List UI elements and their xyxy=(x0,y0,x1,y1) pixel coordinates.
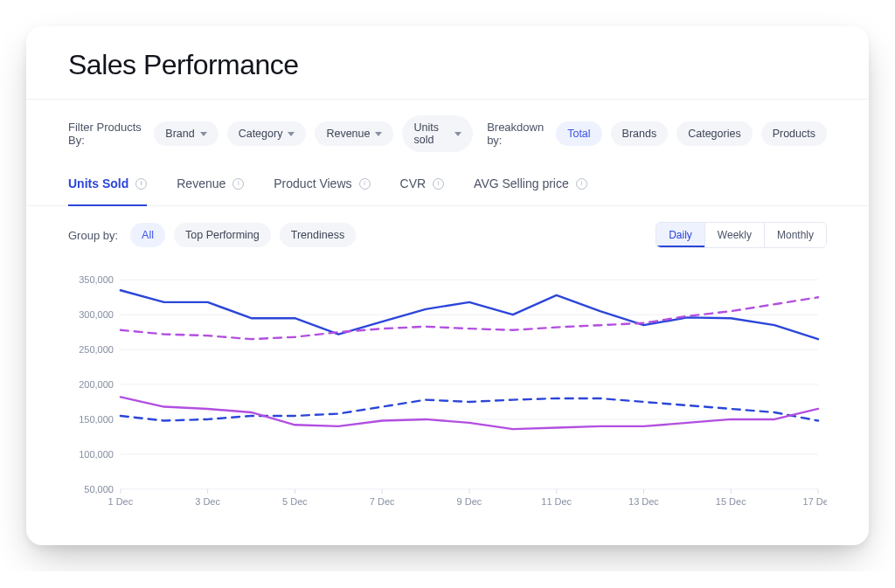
group-all[interactable]: All xyxy=(130,223,165,247)
group-by-label: Group by: xyxy=(68,229,118,242)
svg-text:15 Dec: 15 Dec xyxy=(716,496,746,507)
filter-units-sold[interactable]: Units sold xyxy=(402,115,473,152)
svg-text:250,000: 250,000 xyxy=(79,344,114,355)
info-icon: i xyxy=(232,178,244,190)
svg-text:1 Dec: 1 Dec xyxy=(108,496,134,507)
line-chart: 50,000100,000150,000200,000250,000300,00… xyxy=(68,271,827,515)
svg-text:17 Dec: 17 Dec xyxy=(803,496,827,507)
chevron-down-icon xyxy=(200,132,207,136)
tab-units-sold[interactable]: Units Soldi xyxy=(68,164,147,206)
metric-tabs: Units Soldi Revenuei Product Viewsi CVRi… xyxy=(26,164,869,206)
info-icon: i xyxy=(359,178,371,190)
filter-revenue[interactable]: Revenue xyxy=(315,121,393,146)
group-trendiness[interactable]: Trendiness xyxy=(280,223,356,247)
filter-brand[interactable]: Brand xyxy=(154,121,218,146)
chart-controls-row: Group by: All Top Performing Trendiness … xyxy=(26,206,869,253)
interval-daily[interactable]: Daily xyxy=(656,223,705,247)
svg-text:13 Dec: 13 Dec xyxy=(628,496,659,507)
chevron-down-icon xyxy=(375,132,382,136)
svg-text:11 Dec: 11 Dec xyxy=(541,496,572,507)
info-icon: i xyxy=(576,178,587,190)
svg-text:200,000: 200,000 xyxy=(79,379,114,390)
group-by: Group by: All Top Performing Trendiness xyxy=(68,223,356,247)
interval-weekly[interactable]: Weekly xyxy=(705,223,765,247)
breakdown-total[interactable]: Total xyxy=(556,121,601,146)
page-title: Sales Performance xyxy=(68,49,827,81)
breakdown-label: Breakdown by: xyxy=(487,121,544,147)
svg-text:9 Dec: 9 Dec xyxy=(457,496,482,507)
svg-text:50,000: 50,000 xyxy=(84,484,114,495)
svg-text:350,000: 350,000 xyxy=(79,274,114,285)
card-header: Sales Performance xyxy=(26,26,869,100)
tab-revenue[interactable]: Revenuei xyxy=(177,164,244,206)
filter-products: Filter Products By: Brand Category Reven… xyxy=(68,115,473,152)
svg-text:3 Dec: 3 Dec xyxy=(195,496,220,507)
filter-category[interactable]: Category xyxy=(227,121,307,146)
svg-text:7 Dec: 7 Dec xyxy=(370,496,395,507)
breakdown-brands[interactable]: Brands xyxy=(611,121,669,146)
info-icon: i xyxy=(135,178,147,190)
tab-product-views[interactable]: Product Viewsi xyxy=(274,164,370,206)
interval-segmented: Daily Weekly Monthly xyxy=(656,222,827,248)
breakdown-categories[interactable]: Categories xyxy=(676,121,752,146)
group-top-performing[interactable]: Top Performing xyxy=(174,223,271,247)
breakdown-products[interactable]: Products xyxy=(761,121,827,146)
filters-row: Filter Products By: Brand Category Reven… xyxy=(26,100,869,164)
svg-text:5 Dec: 5 Dec xyxy=(282,496,308,507)
info-icon: i xyxy=(433,178,444,190)
svg-text:100,000: 100,000 xyxy=(79,449,114,460)
sales-performance-card: Sales Performance Filter Products By: Br… xyxy=(26,26,869,545)
chart-container: 50,000100,000150,000200,000250,000300,00… xyxy=(26,253,869,545)
interval-monthly[interactable]: Monthly xyxy=(765,223,826,247)
filter-label: Filter Products By: xyxy=(68,121,142,147)
chevron-down-icon xyxy=(454,132,461,136)
tab-avg-selling-price[interactable]: AVG Selling pricei xyxy=(474,164,587,206)
breakdown: Breakdown by: Total Brands Categories Pr… xyxy=(487,121,827,147)
svg-text:300,000: 300,000 xyxy=(79,309,114,320)
chevron-down-icon xyxy=(288,132,295,136)
svg-text:150,000: 150,000 xyxy=(79,414,114,425)
tab-cvr[interactable]: CVRi xyxy=(400,164,445,206)
